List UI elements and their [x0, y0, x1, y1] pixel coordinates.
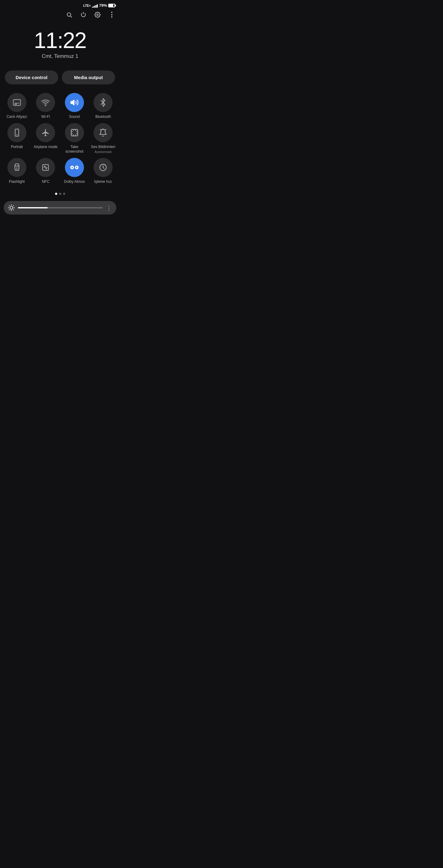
tile-wifi[interactable]: Wi-Fi: [33, 93, 59, 119]
tile-dolby[interactable]: Dolby Atmos: [61, 158, 88, 184]
isleme-hizi-icon: [94, 158, 113, 177]
svg-rect-19: [72, 166, 73, 168]
sound-icon: [65, 93, 84, 112]
isleme-hizi-label: İşleme hızı: [94, 180, 112, 184]
control-buttons-row: Device control Media output: [0, 62, 120, 91]
pagination-dot-1: [55, 193, 57, 195]
ses-bildirimleri-icon: [94, 123, 113, 142]
airplane-icon: [36, 123, 55, 142]
tile-ses-bildirimleri[interactable]: Ses Bildirimleri Ayarlanmadı: [90, 123, 117, 154]
pagination-dot-2: [59, 193, 61, 195]
svg-line-14: [100, 129, 101, 130]
tile-airplane[interactable]: Airplane mode: [33, 123, 59, 154]
brightness-bar[interactable]: ⋮: [4, 201, 116, 215]
tile-bluetooth[interactable]: Bluetooth: [90, 93, 117, 119]
wifi-label: Wi-Fi: [41, 115, 50, 119]
sound-label: Sound: [69, 115, 80, 119]
brightness-track[interactable]: [18, 207, 103, 208]
airplane-label: Airplane mode: [34, 145, 58, 150]
ses-bildirimleri-label: Ses Bildirimleri: [91, 145, 115, 150]
dolby-icon: [65, 158, 84, 177]
tile-sound[interactable]: Sound: [61, 93, 88, 119]
device-control-button[interactable]: Device control: [5, 70, 58, 84]
canli-altyazi-icon: [7, 93, 27, 112]
search-icon[interactable]: [66, 11, 73, 18]
tile-canli-altyazi[interactable]: Canlı Altyazı: [4, 93, 30, 119]
lte-indicator: LTE+: [83, 4, 91, 7]
svg-line-1: [70, 16, 72, 18]
settings-icon[interactable]: [94, 11, 101, 18]
brightness-more-icon[interactable]: ⋮: [106, 204, 112, 212]
clock-section: 11:22 Cmt, Temmuz 1: [0, 23, 120, 62]
battery-percentage: 79%: [99, 3, 107, 8]
svg-line-30: [13, 206, 13, 206]
flashlight-icon: [7, 158, 27, 177]
svg-line-26: [13, 210, 13, 210]
bluetooth-label: Bluetooth: [95, 115, 111, 119]
svg-line-29: [9, 210, 9, 210]
battery-icon: [108, 4, 115, 7]
flashlight-label: Flashlight: [9, 180, 25, 184]
tile-screenshot[interactable]: Take screenshot: [61, 123, 88, 154]
svg-rect-20: [76, 166, 77, 168]
screenshot-label: Take screenshot: [61, 145, 88, 154]
bluetooth-icon: [94, 93, 113, 112]
pagination-dot-3: [63, 193, 65, 195]
media-output-button[interactable]: Media output: [62, 70, 115, 84]
pagination-dots: [0, 188, 120, 198]
clock-time: 11:22: [0, 29, 120, 52]
portrait-label: Portrait: [11, 145, 23, 150]
svg-point-7: [45, 105, 46, 105]
svg-rect-11: [71, 129, 77, 136]
quick-tiles-grid: Canlı Altyazı Wi-Fi Sound: [0, 91, 120, 188]
quick-actions-bar: ⋮: [0, 9, 120, 23]
svg-line-13: [105, 129, 106, 130]
power-icon[interactable]: [80, 11, 87, 18]
wifi-icon: [36, 93, 55, 112]
nfc-label: NFC: [42, 180, 50, 184]
tile-isleme-hizi[interactable]: İşleme hızı: [90, 158, 117, 184]
screenshot-icon: [65, 123, 84, 142]
clock-date: Cmt, Temmuz 1: [0, 53, 120, 59]
svg-line-25: [9, 206, 9, 206]
signal-bars: [92, 3, 98, 8]
svg-point-2: [97, 14, 98, 16]
svg-marker-8: [71, 100, 74, 105]
more-options-icon[interactable]: ⋮: [108, 11, 115, 18]
status-bar: LTE+ 79%: [0, 0, 120, 9]
tile-portrait[interactable]: Portrait: [4, 123, 30, 154]
svg-rect-3: [13, 100, 20, 105]
brightness-fill: [18, 207, 48, 208]
dolby-label: Dolby Atmos: [64, 180, 85, 184]
svg-point-22: [10, 207, 12, 209]
nfc-icon: [36, 158, 55, 177]
portrait-icon: [7, 123, 27, 142]
ses-bildirimleri-sublabel: Ayarlanmadı: [94, 150, 112, 154]
tile-nfc[interactable]: NFC: [33, 158, 59, 184]
tile-flashlight[interactable]: Flashlight: [4, 158, 30, 184]
canli-altyazi-label: Canlı Altyazı: [6, 115, 27, 119]
brightness-icon: [8, 205, 15, 211]
